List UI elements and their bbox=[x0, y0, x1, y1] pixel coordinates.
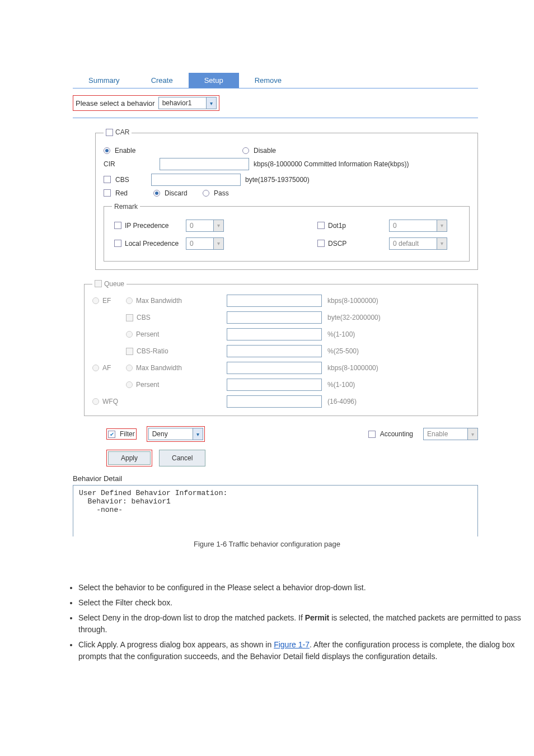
cir-label: CIR bbox=[104, 160, 135, 168]
behavior-select-highlight: Please select a behavior behavior1 ▾ bbox=[73, 95, 219, 111]
car-disable-radio[interactable] bbox=[242, 147, 249, 154]
cbs-label: CBS bbox=[115, 176, 147, 184]
af-persent-label: Persent bbox=[136, 381, 159, 389]
ef-cbs-checkbox[interactable] bbox=[126, 314, 133, 321]
af-maxbw-radio[interactable] bbox=[126, 365, 133, 371]
behavior-select[interactable]: behavior1 ▾ bbox=[158, 97, 217, 109]
behavior-select-label: Please select a behavior bbox=[76, 99, 155, 108]
local-precedence-checkbox[interactable] bbox=[114, 240, 121, 247]
car-group: CAR Enable Disable CIR kbps(8-1000000 Co… bbox=[95, 128, 478, 270]
instruction-item: Click Apply. A progress dialog box appea… bbox=[78, 639, 534, 662]
remark-legend: Remark bbox=[114, 203, 138, 211]
ef-persent-unit: %(1-100) bbox=[327, 330, 470, 338]
instruction-item: Select Deny in the drop-down list to dro… bbox=[78, 612, 534, 636]
dscp-select[interactable]: 0 default ▾ bbox=[389, 237, 447, 250]
wfq-radio[interactable] bbox=[92, 398, 99, 405]
ip-precedence-label: IP Precedence bbox=[125, 222, 169, 230]
chevron-down-icon[interactable]: ▾ bbox=[214, 220, 224, 232]
queue-checkbox[interactable] bbox=[95, 280, 102, 287]
af-persent-input[interactable] bbox=[227, 379, 322, 391]
chevron-down-icon[interactable]: ▾ bbox=[193, 428, 203, 440]
ef-persent-radio[interactable] bbox=[126, 331, 133, 338]
car-enable-radio[interactable] bbox=[104, 147, 110, 154]
car-legend: CAR bbox=[115, 128, 129, 136]
ef-maxbw-unit: kbps(8-1000000) bbox=[327, 297, 470, 305]
chevron-down-icon[interactable]: ▾ bbox=[437, 220, 447, 232]
tab-bar: Summary Create Setup Remove bbox=[73, 73, 478, 88]
tab-remove[interactable]: Remove bbox=[239, 73, 297, 88]
cir-input[interactable] bbox=[160, 158, 249, 170]
red-pass-radio[interactable] bbox=[203, 190, 209, 197]
accounting-select[interactable]: Enable ▾ bbox=[423, 428, 478, 440]
filter-label: Filter bbox=[120, 430, 135, 438]
apply-button[interactable]: Apply bbox=[108, 451, 151, 465]
red-pass-label: Pass bbox=[214, 189, 229, 197]
wfq-input[interactable] bbox=[227, 395, 322, 408]
local-precedence-label: Local Precedence bbox=[125, 240, 179, 248]
dscp-label: DSCP bbox=[328, 240, 346, 248]
af-maxbw-input[interactable] bbox=[227, 362, 322, 374]
car-enable-checkbox[interactable] bbox=[106, 129, 113, 136]
behavior-detail-title: Behavior Detail bbox=[73, 474, 534, 483]
chevron-down-icon[interactable]: ▾ bbox=[214, 237, 224, 250]
ef-persent-label: Persent bbox=[136, 330, 159, 338]
chevron-down-icon[interactable]: ▾ bbox=[207, 97, 217, 109]
ef-maxbw-radio[interactable] bbox=[126, 297, 133, 304]
figure-link[interactable]: Figure 1-7 bbox=[274, 640, 310, 649]
ip-precedence-checkbox[interactable] bbox=[114, 222, 121, 229]
cbs-input[interactable] bbox=[151, 174, 241, 186]
tab-create[interactable]: Create bbox=[135, 73, 189, 88]
behavior-select-value: behavior1 bbox=[158, 97, 207, 109]
filter-select[interactable]: Deny ▾ bbox=[148, 428, 203, 440]
af-persent-unit: %(1-100) bbox=[327, 381, 470, 389]
dscp-checkbox[interactable] bbox=[317, 240, 325, 247]
red-checkbox[interactable] bbox=[104, 189, 111, 197]
dot1p-select[interactable]: 0 ▾ bbox=[389, 220, 447, 232]
accounting-checkbox[interactable] bbox=[368, 431, 376, 438]
behavior-detail-box: User Defined Behavior Information: Behav… bbox=[73, 485, 478, 536]
af-radio[interactable] bbox=[92, 365, 99, 371]
red-label: Red bbox=[115, 189, 149, 197]
ef-cbsratio-input[interactable] bbox=[227, 345, 322, 357]
ef-cbsratio-checkbox[interactable] bbox=[126, 348, 133, 355]
ef-label: EF bbox=[102, 297, 111, 305]
instruction-item: Select the Filter check box. bbox=[78, 597, 534, 609]
cbs-checkbox[interactable] bbox=[104, 176, 111, 183]
wfq-label: WFQ bbox=[102, 398, 118, 405]
red-discard-radio[interactable] bbox=[153, 190, 160, 197]
tab-setup[interactable]: Setup bbox=[189, 73, 239, 88]
chevron-down-icon[interactable]: ▾ bbox=[437, 237, 447, 250]
ef-cbs-input[interactable] bbox=[227, 311, 322, 324]
local-precedence-select[interactable]: 0 ▾ bbox=[186, 237, 224, 250]
figure-caption: Figure 1-6 Traffic behavior configuratio… bbox=[0, 540, 534, 548]
cancel-button[interactable]: Cancel bbox=[159, 450, 205, 466]
af-persent-radio[interactable] bbox=[126, 381, 133, 388]
dot1p-label: Dot1p bbox=[328, 222, 346, 230]
af-maxbw-unit: kbps(8-1000000) bbox=[327, 364, 470, 372]
chevron-down-icon[interactable]: ▾ bbox=[468, 428, 478, 440]
ef-cbsratio-label: CBS-Ratio bbox=[137, 347, 168, 355]
cbs-unit: byte(1875-19375000) bbox=[245, 176, 310, 184]
tab-summary[interactable]: Summary bbox=[73, 73, 135, 88]
ef-radio[interactable] bbox=[92, 297, 99, 304]
car-disable-label: Disable bbox=[254, 147, 276, 155]
ef-cbs-label: CBS bbox=[137, 314, 151, 321]
car-enable-label: Enable bbox=[115, 147, 238, 155]
ip-precedence-select[interactable]: 0 ▾ bbox=[186, 220, 224, 232]
filter-checkbox[interactable] bbox=[108, 431, 115, 438]
accounting-label: Accounting bbox=[380, 430, 413, 438]
ef-cbs-unit: byte(32-2000000) bbox=[327, 314, 470, 321]
af-label: AF bbox=[102, 364, 111, 372]
af-maxbw-label: Max Bandwidth bbox=[136, 364, 182, 372]
ef-persent-input[interactable] bbox=[227, 328, 322, 340]
cir-unit: kbps(8-1000000 Committed Information Rat… bbox=[254, 160, 409, 168]
red-discard-label: Discard bbox=[165, 189, 198, 197]
ef-maxbw-label: Max Bandwidth bbox=[136, 297, 182, 305]
ef-maxbw-input[interactable] bbox=[227, 295, 322, 307]
dot1p-checkbox[interactable] bbox=[317, 222, 325, 229]
queue-group: Queue EF Max Bandwidth kbps(8-1000000) C… bbox=[84, 280, 478, 417]
queue-legend: Queue bbox=[104, 280, 124, 288]
wfq-unit: (16-4096) bbox=[327, 398, 470, 405]
instructions: Select the behavior to be configured in … bbox=[56, 582, 534, 662]
ef-cbsratio-unit: %(25-500) bbox=[327, 347, 470, 355]
